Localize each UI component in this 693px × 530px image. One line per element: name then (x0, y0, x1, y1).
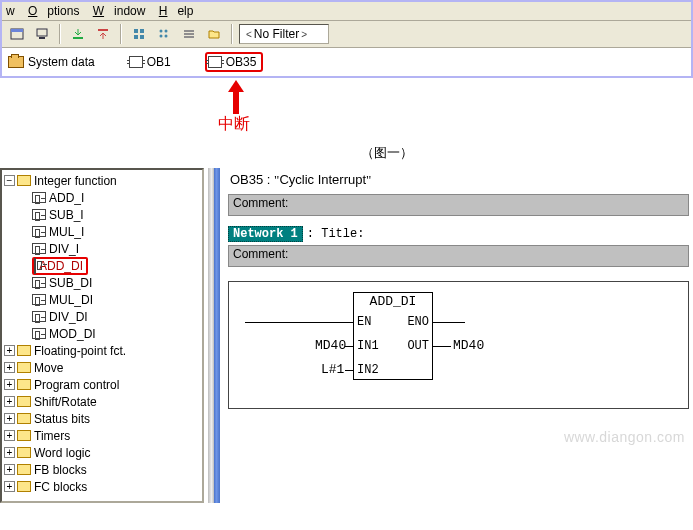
folder-icon (17, 362, 31, 373)
filter-field[interactable]: < No Filter > (239, 24, 329, 44)
ob1-item[interactable]: OB1 (129, 55, 171, 69)
tree-item[interactable]: DIV_I (4, 240, 202, 257)
wire (345, 346, 353, 347)
toolbar-btn-2[interactable] (31, 23, 53, 45)
expand-icon[interactable]: + (4, 447, 15, 458)
annotation: 中断 (0, 78, 693, 138)
tree-cat-fc-blocks[interactable]: +FC blocks (4, 478, 202, 495)
tree-item-add-di[interactable]: ADD_DI (4, 257, 202, 274)
splitter[interactable] (208, 168, 220, 503)
system-data-item[interactable]: System data (8, 55, 95, 69)
folder-icon (17, 464, 31, 475)
toolbar-btn-1[interactable] (6, 23, 28, 45)
editor-layout: − Integer function ADD_I SUB_I MUL_I DIV… (0, 168, 693, 503)
folder-icon (17, 413, 31, 424)
list-view-button[interactable] (128, 23, 150, 45)
tree-root-label: Integer function (34, 174, 117, 188)
pin-eno: ENO (407, 315, 429, 329)
network-label[interactable]: Network 1 (228, 226, 303, 242)
system-data-label: System data (28, 55, 95, 69)
ladder-icon (32, 294, 46, 305)
chevron-left-icon: < (246, 29, 252, 40)
menu-bar: w Options Window Help (2, 2, 691, 21)
svg-rect-2 (37, 29, 47, 36)
tree-cat-word-logic[interactable]: +Word logic (4, 444, 202, 461)
folder-icon (17, 345, 31, 356)
menu-item-help[interactable]: Help (159, 4, 194, 18)
chevron-right-icon: > (301, 29, 307, 40)
pin-en: EN (357, 315, 371, 329)
folder-icon (207, 27, 221, 41)
tree-item[interactable]: SUB_I (4, 206, 202, 223)
tree-cat-move[interactable]: +Move (4, 359, 202, 376)
tree-item[interactable]: MUL_DI (4, 291, 202, 308)
tree-cat-shift-rotate[interactable]: +Shift/Rotate (4, 393, 202, 410)
tree-cat-status-bits[interactable]: +Status bits (4, 410, 202, 427)
instruction-tree: − Integer function ADD_I SUB_I MUL_I DIV… (0, 168, 204, 503)
menu-item-options[interactable]: Options (28, 4, 79, 18)
window-icon (10, 27, 24, 41)
expand-icon[interactable]: + (4, 362, 15, 373)
svg-point-10 (160, 30, 163, 33)
upload-button[interactable] (92, 23, 114, 45)
ladder-icon (34, 258, 36, 274)
tree-cat-floating[interactable]: +Floating-point fct. (4, 342, 202, 359)
collapse-icon[interactable]: − (4, 175, 15, 186)
download-button[interactable] (67, 23, 89, 45)
details-view-button[interactable] (178, 23, 200, 45)
comment-field[interactable]: Comment: (228, 194, 689, 216)
tree-item[interactable]: MUL_I (4, 223, 202, 240)
svg-rect-7 (140, 29, 144, 33)
folder-icon (17, 447, 31, 458)
ladder-icon (32, 192, 46, 203)
power-rail (245, 322, 353, 323)
operand-out[interactable]: MD40 (453, 338, 484, 353)
tree-cat-fb-blocks[interactable]: +FB blocks (4, 461, 202, 478)
expand-icon[interactable]: + (4, 379, 15, 390)
details-icon (182, 27, 196, 41)
svg-point-11 (165, 30, 168, 33)
ladder-icon (32, 311, 46, 322)
toolbar-separator (59, 24, 61, 44)
tree-root-integer[interactable]: − Integer function (4, 172, 202, 189)
tree-item[interactable]: SUB_DI (4, 274, 202, 291)
menu-item-window[interactable]: Window (93, 4, 146, 18)
network-comment-field[interactable]: Comment: (228, 245, 689, 267)
folder-view-button[interactable] (203, 23, 225, 45)
expand-icon[interactable]: + (4, 464, 15, 475)
tree-item[interactable]: MOD_DI (4, 325, 202, 342)
menu-item-w[interactable]: w (6, 4, 15, 18)
svg-rect-8 (134, 35, 138, 39)
network-title[interactable]: : Title: (307, 227, 365, 241)
expand-icon[interactable]: + (4, 481, 15, 492)
folder-icon (17, 396, 31, 407)
ob35-item[interactable]: OB35 (205, 52, 264, 72)
operand-in1[interactable]: MD40 (315, 338, 346, 353)
small-icons-button[interactable] (153, 23, 175, 45)
ladder-icon (32, 243, 46, 254)
ob35-label: OB35 (226, 55, 257, 69)
network-body[interactable]: ADD_DI EN ENO IN1 OUT IN2 MD40 L#1 MD40 (228, 281, 689, 409)
annotation-label: 中断 (218, 114, 250, 135)
pin-out: OUT (407, 339, 429, 353)
upload-icon (96, 27, 110, 41)
block-icon (208, 56, 222, 68)
expand-icon[interactable]: + (4, 345, 15, 356)
tree-cat-program-control[interactable]: +Program control (4, 376, 202, 393)
svg-rect-6 (134, 29, 138, 33)
expand-icon[interactable]: + (4, 413, 15, 424)
pin-in1: IN1 (357, 339, 379, 353)
fbd-block: ADD_DI EN ENO IN1 OUT IN2 MD40 L#1 MD40 (245, 292, 678, 392)
operand-in2[interactable]: L#1 (321, 362, 344, 377)
tree-item[interactable]: DIV_DI (4, 308, 202, 325)
expand-icon[interactable]: + (4, 396, 15, 407)
add-di-block[interactable]: ADD_DI EN ENO IN1 OUT IN2 (353, 292, 433, 380)
svg-point-12 (160, 35, 163, 38)
svg-rect-4 (73, 37, 83, 39)
pc-icon (35, 27, 49, 41)
tree-cat-timers[interactable]: +Timers (4, 427, 202, 444)
tree-item[interactable]: ADD_I (4, 189, 202, 206)
expand-icon[interactable]: + (4, 430, 15, 441)
network-header: Network 1 : Title: (228, 226, 689, 242)
download-icon (71, 27, 85, 41)
